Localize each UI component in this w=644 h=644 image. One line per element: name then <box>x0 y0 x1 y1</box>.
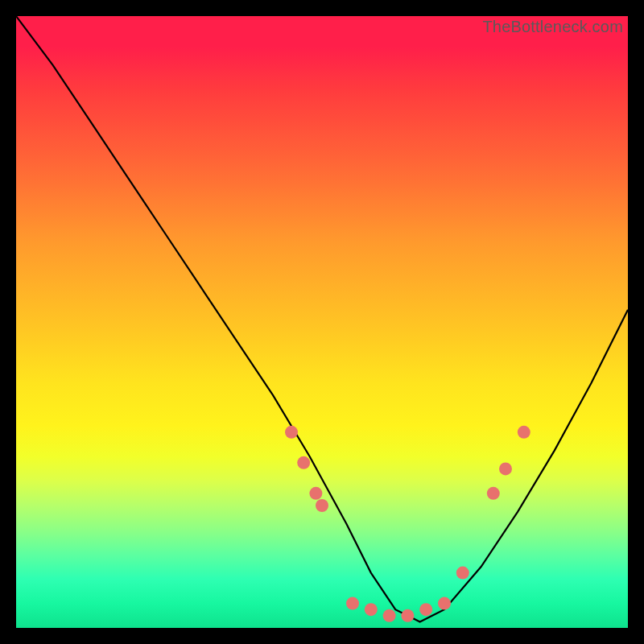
curve-svg <box>16 16 628 628</box>
marker-dot <box>297 456 310 469</box>
marker-dot <box>285 426 298 439</box>
marker-dot <box>365 603 378 616</box>
bottleneck-curve <box>16 16 628 621</box>
marker-dot <box>419 603 432 616</box>
marker-dot <box>346 597 359 610</box>
marker-dot <box>456 567 469 580</box>
marker-dot <box>316 499 328 512</box>
plot-area: TheBottleneck.com <box>16 16 628 628</box>
marker-dot <box>309 487 322 500</box>
highlight-dots <box>285 426 530 622</box>
marker-dot <box>487 487 500 500</box>
marker-dot <box>383 609 396 622</box>
marker-dot <box>518 426 530 439</box>
marker-dot <box>499 462 512 475</box>
chart-frame: TheBottleneck.com <box>0 0 644 644</box>
marker-dot <box>438 597 451 610</box>
marker-dot <box>401 609 414 622</box>
